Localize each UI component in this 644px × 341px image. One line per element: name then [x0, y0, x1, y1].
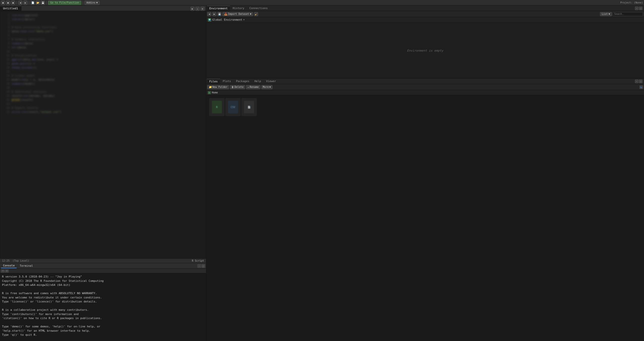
editor-content[interactable]: 1library(ggplot2) 2library(dplyr) 3 4# D…: [0, 11, 206, 263]
separator-4: [83, 1, 83, 5]
env-broom-btn[interactable]: 🧹: [254, 12, 258, 16]
import-dataset-label: Import Dataset: [228, 13, 249, 15]
env-empty-text: Environment is empty: [407, 49, 444, 52]
collab-line: R is a collaborative project with many c…: [2, 308, 204, 312]
platform-line: Platform: x86_64-w64-mingw32/x64 (64-bit…: [2, 283, 204, 287]
terminal-tab[interactable]: Terminal: [18, 264, 35, 268]
env-search-input[interactable]: [613, 12, 643, 16]
rename-label: Rename: [250, 86, 259, 88]
breadcrumb-folder-icon: ⌂: [208, 91, 211, 94]
console-settings-btn[interactable]: ⚙: [5, 269, 9, 272]
separator-3: [46, 1, 47, 5]
file-thumb-2[interactable]: CSV: [225, 98, 240, 116]
file-type-label: R Script: [192, 259, 204, 262]
env-pane: Environment History Connections − □ ◀ ▶: [206, 6, 644, 79]
list-view-btn[interactable]: List ▼: [600, 12, 612, 16]
delete-btn[interactable]: 🗑 Delete: [230, 85, 245, 89]
list-label: List: [602, 13, 608, 15]
env-pane-tabs: Environment History Connections − □: [206, 6, 644, 11]
files-toolbar: 📁 New Folder 🗑 Delete ✏ Rename More ▼: [206, 84, 644, 90]
files-thumbnails: R CSV 📄: [207, 96, 643, 118]
go-to-file-btn[interactable]: Go to File/Function: [48, 1, 81, 5]
global-env-icon: 🌍: [208, 18, 211, 22]
editor-status-bar: 12:25 (Top Level) R Script: [0, 258, 206, 263]
import-dataset-btn[interactable]: 📥 Import Dataset ▼: [222, 12, 253, 16]
tab-label: Untitled1: [3, 7, 18, 10]
env-minimize-btn[interactable]: −: [635, 7, 638, 10]
history-tab[interactable]: History: [230, 6, 247, 11]
redistrib-line: You are welcome to redistribute it under…: [2, 296, 204, 300]
files-refresh-btn[interactable]: ↻: [639, 85, 643, 89]
files-tab[interactable]: Files: [207, 79, 220, 84]
env-save-btn[interactable]: 💾: [217, 12, 221, 16]
options-btn[interactable]: ⚙: [200, 7, 205, 11]
files-content: R CSV 📄: [206, 95, 644, 341]
console-window-btns: − □: [197, 264, 205, 268]
file-thumb-1[interactable]: R: [209, 98, 224, 116]
environment-tab[interactable]: Environment: [207, 6, 230, 11]
editor-tabs: Untitled1 ▶ ↓ ⚙: [0, 6, 206, 11]
files-maximize-btn[interactable]: □: [639, 80, 642, 83]
editor-tab-untitled1[interactable]: Untitled1: [0, 6, 21, 11]
packages-tab-label: Packages: [236, 80, 249, 83]
window-control-3[interactable]: ●: [11, 1, 15, 5]
main-layout: Untitled1 ▶ ↓ ⚙ 1library(ggplot2) 2libra…: [0, 6, 644, 341]
blank-3: [2, 321, 204, 325]
run-btn[interactable]: ↓: [195, 7, 199, 11]
env-forward-btn[interactable]: ▶: [212, 12, 216, 16]
demo-line: Type 'demo()' for some demos, 'help()' f…: [2, 325, 204, 329]
files-pane-tabs: Files Plots Packages Help Viewer − □: [206, 79, 644, 84]
new-script-btn[interactable]: 📄: [31, 1, 35, 5]
rename-icon: ✏: [248, 86, 249, 88]
history-tab-label: History: [233, 7, 244, 10]
plots-tab[interactable]: Plots: [220, 79, 233, 84]
env-maximize-btn[interactable]: □: [639, 7, 642, 10]
breadcrumb-home-label[interactable]: Home: [212, 91, 218, 94]
copyright-line: Copyright (C) 2018 The R Foundation for …: [2, 279, 204, 283]
list-arrow-icon: ▼: [609, 13, 610, 15]
console-content[interactable]: R version 3.5.0 (2018-04-23) -- "Joy in …: [0, 273, 206, 341]
console-tab[interactable]: Console: [1, 264, 17, 268]
window-control-2[interactable]: ●: [6, 1, 10, 5]
console-tab-label: Console: [3, 264, 15, 267]
console-maximize-btn[interactable]: □: [202, 264, 205, 268]
save-btn[interactable]: 💾: [41, 1, 45, 5]
code-editor[interactable]: 1library(ggplot2) 2library(dplyr) 3 4# D…: [0, 11, 206, 263]
console-action-toolbar: ⌫ ⚙: [0, 269, 206, 273]
editor-area: Untitled1 ▶ ↓ ⚙ 1library(ggplot2) 2libra…: [0, 6, 206, 263]
viewer-tab[interactable]: Viewer: [264, 79, 279, 84]
cursor-position: 12:25: [2, 259, 10, 262]
packages-tab[interactable]: Packages: [233, 79, 252, 84]
window-control-1[interactable]: ●: [1, 1, 5, 5]
files-pane: Files Plots Packages Help Viewer − □: [206, 79, 644, 341]
connections-tab-label: Connections: [249, 7, 268, 10]
new-folder-label: New Folder: [212, 86, 227, 88]
help-tab[interactable]: Help: [252, 79, 264, 84]
env-empty-message: Environment is empty: [206, 23, 644, 78]
back-btn[interactable]: ◀: [18, 1, 22, 5]
viewer-tab-label: Viewer: [266, 80, 276, 83]
file-thumb-3[interactable]: 📄: [242, 98, 257, 116]
global-env-arrow: ▼: [243, 19, 245, 21]
env-subbar: 🌍 Global Environment ▼: [206, 17, 644, 23]
open-btn[interactable]: 📂: [36, 1, 40, 5]
source-btn[interactable]: ▶: [190, 7, 194, 11]
addins-btn[interactable]: Addins ▼: [85, 1, 99, 5]
separator-2: [29, 1, 29, 5]
connections-tab[interactable]: Connections: [247, 6, 270, 11]
rename-btn[interactable]: ✏ Rename: [246, 85, 260, 89]
new-folder-btn[interactable]: 📁 New Folder: [207, 85, 229, 89]
env-toolbar-right: List ▼: [600, 12, 643, 16]
more-label: More: [263, 86, 269, 88]
more-btn[interactable]: More ▼: [261, 85, 272, 89]
files-toolbar-right: ↻: [639, 85, 643, 89]
env-toolbar: ◀ ▶ 💾 📥 Import Dataset ▼ 🧹 List ▼: [206, 11, 644, 17]
go-to-file-label: Go to File/Function: [50, 1, 79, 4]
forward-btn[interactable]: ▶: [23, 1, 27, 5]
env-back-btn[interactable]: ◀: [207, 12, 211, 16]
files-minimize-btn[interactable]: −: [635, 80, 638, 83]
console-minimize-btn[interactable]: −: [197, 264, 201, 268]
clear-console-btn[interactable]: ⌫: [1, 269, 5, 272]
top-toolbar: ● ● ● ◀ ▶ 📄 📂 💾 Go to File/Function Addi…: [0, 0, 644, 6]
environment-tab-label: Environment: [209, 7, 228, 10]
